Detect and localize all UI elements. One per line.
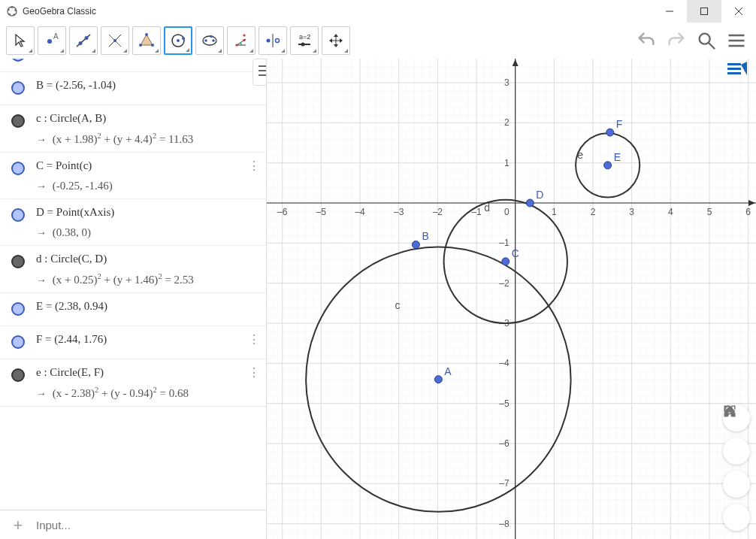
algebra-row[interactable]: E = (2.38, 0.94) <box>0 293 266 326</box>
add-input-button[interactable]: + <box>0 516 36 535</box>
algebra-definition: A = (-1.98, -4.4) <box>36 59 260 61</box>
svg-text:3: 3 <box>629 207 634 217</box>
svg-point-19 <box>151 44 154 47</box>
row-menu-button[interactable]: ⋮ <box>248 159 260 173</box>
tool-polygon[interactable] <box>132 26 161 55</box>
svg-text:1: 1 <box>504 158 510 168</box>
svg-point-27 <box>210 35 213 38</box>
svg-text:6: 6 <box>745 207 751 217</box>
svg-point-33 <box>276 39 280 43</box>
algebra-row[interactable]: F = (2.44, 1.76)⋮ <box>0 326 266 359</box>
tool-pointer[interactable] <box>6 26 35 55</box>
svg-rect-231 <box>727 68 741 70</box>
object-visibility-toggle[interactable] <box>0 59 36 62</box>
algebra-definition: F = (2.44, 1.76) <box>36 331 260 348</box>
algebra-view-toggle[interactable] <box>253 59 267 86</box>
point-C[interactable] <box>502 258 510 265</box>
svg-point-4 <box>8 14 11 16</box>
app-title: GeoGebra Classic <box>23 6 652 17</box>
window-minimize-button[interactable] <box>652 0 687 23</box>
graphics-view[interactable]: –6–5–4–3–2–1123456–8–7–6–5–4–3–2–11230cd… <box>267 59 756 539</box>
svg-text:5: 5 <box>707 207 712 217</box>
object-visibility-toggle[interactable] <box>0 250 36 268</box>
svg-rect-232 <box>727 72 741 74</box>
svg-text:F: F <box>616 118 623 130</box>
svg-point-1 <box>11 6 14 8</box>
svg-text:4: 4 <box>668 207 673 217</box>
algebra-row[interactable]: d : Circle(C, D)→ (x + 0.25)2 + (y + 1.4… <box>0 246 266 293</box>
row-menu-button[interactable]: ⋮ <box>248 365 260 380</box>
svg-text:C: C <box>512 247 519 259</box>
algebra-row[interactable]: c : Circle(A, B)→ (x + 1.98)2 + (y + 4.4… <box>0 105 266 153</box>
tool-slider[interactable]: a=2 <box>290 26 319 55</box>
zoom-out-button[interactable] <box>723 471 750 498</box>
redo-button[interactable] <box>663 27 690 54</box>
tool-ellipse[interactable] <box>195 26 224 55</box>
object-visibility-toggle[interactable] <box>0 77 36 95</box>
point-F[interactable] <box>606 129 614 136</box>
svg-text:–3: –3 <box>394 207 404 217</box>
tool-angle[interactable] <box>227 26 256 55</box>
object-visibility-toggle[interactable] <box>0 331 36 349</box>
svg-point-22 <box>177 39 180 42</box>
tool-circle[interactable] <box>164 26 192 55</box>
tool-perpendicular[interactable] <box>101 26 129 55</box>
object-visibility-toggle[interactable] <box>0 204 36 222</box>
app-logo-icon <box>6 5 18 17</box>
svg-text:–1: –1 <box>499 238 510 248</box>
svg-rect-230 <box>727 63 741 65</box>
svg-point-28 <box>235 44 237 46</box>
svg-point-29 <box>243 39 245 41</box>
svg-text:–8: –8 <box>499 519 510 529</box>
toolbar: A a=2 <box>0 23 756 59</box>
svg-text:B: B <box>422 230 428 242</box>
algebra-row[interactable]: e : Circle(E, F)→ (x - 2.38)2 + (y - 0.9… <box>0 359 266 407</box>
row-menu-button[interactable]: ⋮ <box>248 332 260 347</box>
svg-point-39 <box>700 34 710 44</box>
svg-rect-7 <box>701 8 708 15</box>
algebra-definition: e : Circle(E, F)→ (x - 2.38)2 + (y - 0.9… <box>36 364 260 401</box>
search-button[interactable] <box>693 27 720 54</box>
algebra-row[interactable]: A = (-1.98, -4.4) <box>0 59 266 72</box>
svg-text:d: d <box>484 201 490 213</box>
svg-text:2: 2 <box>591 207 596 217</box>
tool-point[interactable]: A <box>38 26 66 55</box>
svg-text:–2: –2 <box>499 278 510 289</box>
svg-point-25 <box>204 39 207 42</box>
algebra-row[interactable]: C = Point(c)→ (-0.25, -1.46)⋮ <box>0 153 266 199</box>
tool-reflect[interactable] <box>259 26 287 55</box>
svg-text:A: A <box>444 365 452 377</box>
point-B[interactable] <box>412 241 419 248</box>
svg-text:–7: –7 <box>499 478 510 489</box>
algebra-row[interactable]: B = (-2.56, -1.04) <box>0 72 266 105</box>
svg-text:–6: –6 <box>499 438 510 449</box>
fullscreen-button[interactable] <box>723 504 750 531</box>
zoom-in-button[interactable] <box>723 438 750 465</box>
svg-point-30 <box>243 34 245 36</box>
point-D[interactable] <box>526 199 534 207</box>
object-visibility-toggle[interactable] <box>0 157 36 175</box>
svg-point-13 <box>79 41 83 45</box>
window-close-button[interactable] <box>721 0 756 23</box>
algebra-row[interactable]: D = Point(xAxis)→ (0.38, 0) <box>0 199 266 246</box>
undo-button[interactable] <box>633 27 660 54</box>
point-E[interactable] <box>604 162 612 169</box>
svg-text:3: 3 <box>504 77 510 88</box>
svg-point-17 <box>113 39 116 42</box>
tool-move-view[interactable] <box>322 26 350 55</box>
point-A[interactable] <box>434 376 442 383</box>
graphics-settings-toggle[interactable] <box>726 60 751 83</box>
svg-text:–4: –4 <box>355 207 365 217</box>
svg-point-23 <box>182 37 185 40</box>
tool-line[interactable] <box>69 26 98 55</box>
object-visibility-toggle[interactable] <box>0 364 36 382</box>
svg-text:a=2: a=2 <box>299 33 310 41</box>
menu-button[interactable] <box>723 27 750 54</box>
algebra-view: A = (-1.98, -4.4)B = (-2.56, -1.04)c : C… <box>0 59 267 539</box>
svg-text:c: c <box>395 299 401 311</box>
object-visibility-toggle[interactable] <box>0 110 36 128</box>
object-visibility-toggle[interactable] <box>0 298 36 316</box>
window-maximize-button[interactable] <box>687 0 721 23</box>
input-field[interactable] <box>36 513 266 537</box>
svg-point-14 <box>85 36 89 40</box>
